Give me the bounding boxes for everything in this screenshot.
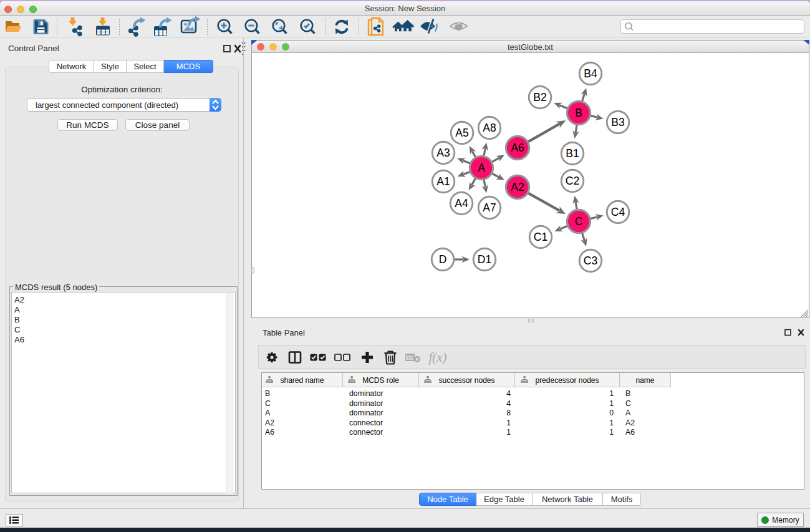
svg-text:f(x): f(x) [428,350,446,365]
